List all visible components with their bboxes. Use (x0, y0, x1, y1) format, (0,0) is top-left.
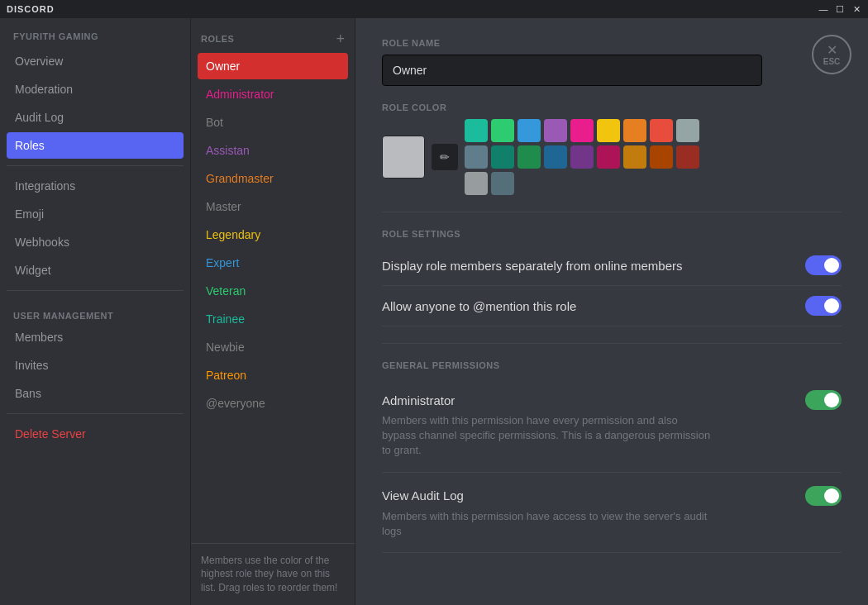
permission-desc-administrator: Members with this permission have every … (382, 413, 713, 459)
esc-label: ESC (823, 57, 841, 66)
sidebar-item-members[interactable]: Members (7, 324, 184, 350)
color-swatch-18[interactable] (465, 172, 488, 195)
app-title: DISCORD (7, 4, 55, 14)
delete-server-button[interactable]: Delete Server (7, 421, 184, 447)
color-swatch-15[interactable] (623, 145, 646, 169)
color-swatch-1[interactable] (491, 119, 514, 142)
role-settings-list: Display role members separately from onl… (382, 245, 842, 326)
color-swatch-6[interactable] (623, 119, 646, 142)
permission-header-view-audit-log: View Audit Log (382, 486, 842, 506)
sidebar-divider-3 (7, 413, 184, 414)
setting-row-allow-mention: Allow anyone to @mention this role (382, 286, 842, 326)
setting-label-display-separate: Display role members separately from onl… (382, 259, 682, 273)
sidebar-item-integrations[interactable]: Integrations (7, 173, 184, 199)
role-item--everyone[interactable]: @everyone (198, 390, 348, 417)
user-mgmt-label: USER MANAGEMENT (7, 298, 184, 324)
section-divider-color (382, 212, 842, 212)
color-swatch-7[interactable] (650, 119, 673, 142)
color-swatch-17[interactable] (676, 145, 699, 169)
right-panel: ✕ ESC ROLE NAME ROLE COLOR ✏ ROLE SETTIN… (355, 18, 868, 605)
role-item-newbie[interactable]: Newbie (198, 334, 348, 360)
sidebar-divider-2 (7, 290, 184, 291)
permission-name-view-audit-log: View Audit Log (382, 488, 464, 503)
toggle-perm-view-audit-log[interactable] (805, 486, 842, 506)
esc-button[interactable]: ✕ ESC (812, 35, 851, 74)
permission-header-administrator: Administrator (382, 390, 842, 410)
color-swatch-9[interactable] (465, 145, 488, 169)
roles-panel: ROLES + OwnerAdministratorBotAssistanGra… (190, 18, 355, 605)
role-item-assistan[interactable]: Assistan (198, 137, 348, 164)
toggle-allow-mention[interactable] (805, 296, 842, 316)
color-swatch-4[interactable] (570, 119, 594, 142)
role-name-label: ROLE NAME (382, 38, 842, 48)
role-item-owner[interactable]: Owner (198, 53, 348, 79)
sidebar-item-emoji[interactable]: Emoji (7, 201, 184, 227)
sidebar-divider-1 (7, 165, 184, 166)
color-pencil-button[interactable]: ✏ (432, 144, 458, 170)
role-item-bot[interactable]: Bot (198, 109, 348, 136)
roles-header: ROLES + (191, 18, 355, 53)
role-item-master[interactable]: Master (198, 193, 348, 220)
sidebar-item-invites[interactable]: Invites (7, 352, 184, 379)
roles-list: OwnerAdministratorBotAssistanGrandmaster… (191, 53, 355, 543)
sidebar-usermgmt-group: MembersInvitesBans (7, 324, 184, 407)
color-swatch-19[interactable] (491, 172, 514, 195)
color-swatch-8[interactable] (676, 119, 699, 142)
color-swatch-0[interactable] (465, 119, 488, 142)
sidebar-item-widget[interactable]: Widget (7, 257, 184, 283)
window-controls: — ☐ ✕ (818, 4, 861, 14)
general-permissions-label: GENERAL PERMISSIONS (382, 360, 842, 370)
role-item-trainee[interactable]: Trainee (198, 306, 348, 332)
sidebar-nav-group-1: OverviewModerationAudit LogRoles (7, 48, 184, 159)
color-grid (465, 119, 699, 195)
server-name: FYURITH GAMING (7, 31, 184, 48)
permission-row-view-audit-log: View Audit LogMembers with this permissi… (382, 473, 842, 553)
role-settings-label: ROLE SETTINGS (382, 229, 842, 239)
roles-footer: Members use the color of the highest rol… (191, 543, 355, 605)
setting-row-display-separate: Display role members separately from onl… (382, 245, 842, 286)
color-swatch-13[interactable] (570, 145, 594, 169)
sidebar-item-overview[interactable]: Overview (7, 48, 184, 74)
color-swatch-10[interactable] (491, 145, 514, 169)
main-layout: FYURITH GAMING OverviewModerationAudit L… (0, 18, 868, 605)
permissions-list: AdministratorMembers with this permissio… (382, 377, 842, 553)
toggle-display-separate[interactable] (805, 255, 842, 275)
close-button[interactable]: ✕ (851, 4, 861, 14)
role-item-veteran[interactable]: Veteran (198, 278, 348, 304)
roles-header-label: ROLES (201, 34, 234, 44)
color-swatch-2[interactable] (517, 119, 541, 142)
color-swatch-16[interactable] (650, 145, 673, 169)
role-item-patreon[interactable]: Patreon (198, 362, 348, 388)
permission-row-administrator: AdministratorMembers with this permissio… (382, 377, 842, 473)
setting-label-allow-mention: Allow anyone to @mention this role (382, 299, 576, 313)
color-swatch-14[interactable] (597, 145, 620, 169)
sidebar-item-roles[interactable]: Roles (7, 132, 184, 159)
color-swatch-12[interactable] (544, 145, 567, 169)
sidebar-item-bans[interactable]: Bans (7, 380, 184, 407)
sidebar-item-audit-log[interactable]: Audit Log (7, 104, 184, 131)
restore-button[interactable]: ☐ (835, 4, 845, 14)
role-color-section: ROLE COLOR ✏ (382, 102, 842, 195)
minimize-button[interactable]: — (818, 4, 828, 14)
color-picker-row: ✏ (382, 119, 842, 195)
title-bar: DISCORD — ☐ ✕ (0, 0, 868, 18)
role-item-administrator[interactable]: Administrator (198, 81, 348, 107)
color-swatch-large[interactable] (382, 136, 425, 179)
color-swatch-3[interactable] (544, 119, 567, 142)
role-item-grandmaster[interactable]: Grandmaster (198, 165, 348, 192)
color-swatch-11[interactable] (517, 145, 541, 169)
esc-icon: ✕ (827, 44, 837, 57)
add-role-button[interactable]: + (336, 31, 345, 46)
left-sidebar: FYURITH GAMING OverviewModerationAudit L… (0, 18, 190, 605)
role-name-input[interactable] (382, 55, 762, 86)
section-divider-settings (382, 343, 842, 344)
sidebar-item-webhooks[interactable]: Webhooks (7, 229, 184, 255)
sidebar-item-moderation[interactable]: Moderation (7, 76, 184, 102)
sidebar-nav-group-2: IntegrationsEmojiWebhooksWidget (7, 173, 184, 283)
role-item-legendary[interactable]: Legendary (198, 222, 348, 248)
toggle-perm-administrator[interactable] (805, 390, 842, 410)
role-item-expert[interactable]: Expert (198, 250, 348, 276)
color-swatch-5[interactable] (597, 119, 620, 142)
permission-desc-view-audit-log: Members with this permission have access… (382, 509, 713, 539)
role-color-label: ROLE COLOR (382, 102, 842, 112)
